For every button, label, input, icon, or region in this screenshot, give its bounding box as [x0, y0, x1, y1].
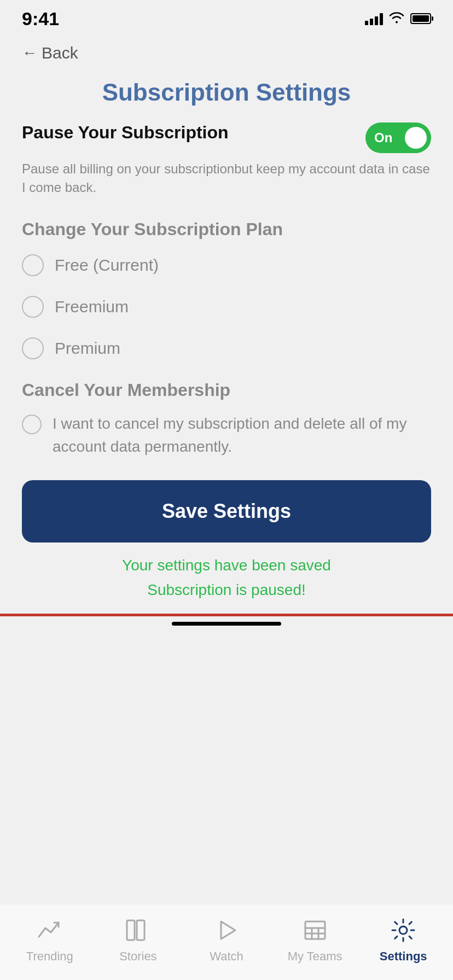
nav-item-myteams[interactable]: My Teams: [271, 915, 359, 964]
nav-label-myteams: My Teams: [288, 949, 342, 964]
pause-toggle[interactable]: On: [365, 122, 431, 153]
svg-point-8: [399, 926, 407, 934]
svg-rect-3: [305, 921, 325, 939]
svg-rect-1: [137, 920, 144, 940]
bottom-nav: Trending Stories Watch: [0, 905, 453, 980]
plan-option-free[interactable]: Free (Current): [22, 254, 431, 276]
nav-label-trending: Trending: [26, 949, 73, 964]
nav-item-watch[interactable]: Watch: [182, 915, 271, 964]
back-arrow-icon: ←: [22, 44, 37, 62]
back-button[interactable]: ← Back: [0, 33, 453, 68]
change-plan-title: Change Your Subscription Plan: [22, 218, 431, 241]
success-line1: Your settings have been saved: [22, 553, 431, 578]
page-title: Subscription Settings: [0, 68, 453, 122]
success-message: Your settings have been saved Subscripti…: [22, 553, 431, 603]
content-area: Pause Your Subscription On Pause all bil…: [0, 122, 453, 603]
svg-rect-0: [127, 920, 135, 940]
pause-title: Pause Your Subscription: [22, 122, 365, 143]
radio-circle-freemium: [22, 296, 44, 318]
plan-option-premium[interactable]: Premium: [22, 337, 431, 359]
nav-label-settings: Settings: [380, 949, 427, 964]
trending-icon: [35, 915, 65, 945]
watch-icon: [212, 915, 241, 945]
success-line2: Subscription is paused!: [22, 578, 431, 603]
back-label: Back: [42, 44, 78, 62]
nav-item-settings[interactable]: Settings: [359, 915, 448, 964]
nav-item-trending[interactable]: Trending: [5, 915, 94, 964]
wifi-icon: [388, 10, 405, 27]
cancel-option[interactable]: I want to cancel my subscription and del…: [22, 412, 431, 458]
cancel-radio-circle: [22, 415, 42, 434]
status-bar: 9:41: [0, 0, 453, 33]
nav-label-stories: Stories: [119, 949, 156, 964]
home-indicator: [172, 622, 281, 626]
cancel-title: Cancel Your Membership: [22, 379, 431, 402]
radio-circle-free: [22, 254, 44, 276]
nav-label-watch: Watch: [210, 949, 243, 964]
radio-circle-premium: [22, 337, 44, 359]
battery-icon: [410, 13, 431, 24]
status-time: 9:41: [22, 8, 59, 30]
pause-section: Pause Your Subscription On: [22, 122, 431, 153]
toggle-knob: [405, 127, 427, 149]
plan-label-free: Free (Current): [55, 256, 159, 275]
cancel-section: Cancel Your Membership I want to cancel …: [22, 379, 431, 459]
save-settings-button[interactable]: Save Settings: [22, 480, 431, 542]
svg-marker-2: [221, 921, 235, 939]
pause-description: Pause all billing on your subscriptionbu…: [22, 160, 431, 196]
plan-option-freemium[interactable]: Freemium: [22, 296, 431, 318]
plan-label-freemium: Freemium: [55, 298, 129, 316]
signal-icon: [365, 12, 383, 25]
status-icons: [365, 10, 431, 27]
toggle-label: On: [374, 130, 392, 145]
cancel-label: I want to cancel my subscription and del…: [53, 412, 431, 458]
nav-item-stories[interactable]: Stories: [94, 915, 183, 964]
plan-label-premium: Premium: [55, 339, 120, 358]
red-divider: [0, 614, 453, 616]
toggle-switch[interactable]: On: [365, 122, 431, 153]
stories-icon: [123, 915, 153, 945]
myteams-icon: [300, 915, 330, 945]
settings-icon: [388, 915, 418, 945]
